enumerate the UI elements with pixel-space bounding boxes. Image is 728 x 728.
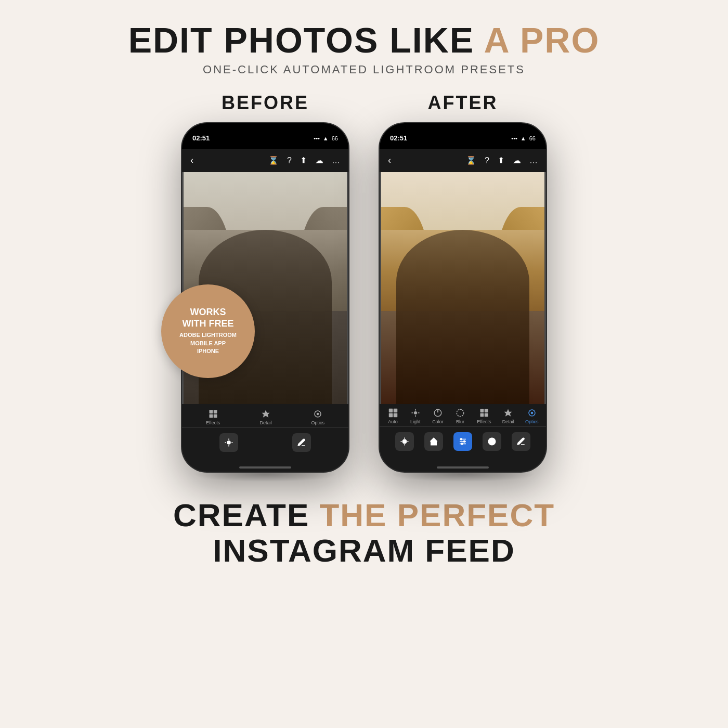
svg-point-16 <box>414 411 417 414</box>
svg-point-40 <box>464 440 465 442</box>
effects-icon-before <box>207 409 219 419</box>
back-button-after[interactable]: ‹ <box>388 155 391 166</box>
history-icon-after[interactable]: ⌛ <box>466 155 476 165</box>
home-indicator-before <box>239 466 291 469</box>
toolbar-bottom-after <box>380 427 546 456</box>
dynamic-island-after <box>437 129 489 145</box>
detail-icon-after <box>502 408 514 418</box>
tb-icon1-after[interactable] <box>395 432 414 451</box>
cloud-icon[interactable]: ☁ <box>315 155 323 165</box>
light-label-after: Light <box>410 419 421 424</box>
blur-label-after: Blur <box>456 419 464 424</box>
svg-point-39 <box>461 438 462 440</box>
footer-line2: INSTAGRAM FEED <box>173 533 555 568</box>
toolbar-detail-before[interactable]: Detail <box>259 409 271 425</box>
color-icon-after <box>432 408 444 418</box>
footer-highlight: THE PERFECT <box>319 497 555 533</box>
toolbar-light-after[interactable]: Light <box>410 408 421 424</box>
svg-rect-23 <box>480 409 484 412</box>
signal-icon-after: ••• <box>511 135 517 141</box>
svg-rect-3 <box>213 414 217 418</box>
after-phone-container: AFTER 02:51 ••• ▲ 66 ‹ <box>380 92 546 482</box>
toolbar-color-after[interactable]: Color <box>432 408 444 424</box>
footer: CREATE THE PERFECT INSTAGRAM FEED <box>173 498 555 568</box>
toolbar-blur-after[interactable]: Blur <box>454 408 466 424</box>
tb-icon2-after[interactable] <box>424 432 443 451</box>
optics-label-before: Optics <box>311 420 324 425</box>
status-icons-before: ••• ▲ 66 <box>314 135 338 141</box>
battery-icon-after: 66 <box>529 135 536 141</box>
more-icon[interactable]: … <box>332 156 340 165</box>
wifi-icon: ▲ <box>323 135 329 141</box>
tb-icon2-before[interactable] <box>292 433 311 452</box>
dynamic-island-before <box>239 129 291 145</box>
back-button-before[interactable]: ‹ <box>190 155 193 166</box>
footer-line1: CREATE THE PERFECT <box>173 498 555 533</box>
svg-rect-13 <box>393 409 397 413</box>
toolbar-auto-after[interactable]: Auto <box>387 408 399 424</box>
detail-label-after: Detail <box>502 419 514 424</box>
people-after <box>396 230 529 404</box>
works-badge: WORKSWITH FREE ADOBE LIGHTROOM MOBILE AP… <box>161 284 255 378</box>
toolbar-before: Effects Detail <box>182 404 348 472</box>
optics-icon-after <box>526 408 538 418</box>
optics-label-after: Optics <box>525 419 539 424</box>
nav-icons-before: ⌛ ? ⬆ ☁ … <box>268 155 340 165</box>
svg-point-6 <box>317 413 319 415</box>
after-phone: 02:51 ••• ▲ 66 ‹ ⌛ ? ⬆ ☁ … <box>380 123 546 472</box>
effects-label-before: Effects <box>206 420 220 425</box>
svg-rect-0 <box>209 410 213 413</box>
home-indicator-after <box>437 466 489 469</box>
nav-bar-after: ‹ ⌛ ? ⬆ ☁ … <box>380 149 546 172</box>
help-icon[interactable]: ? <box>287 156 292 165</box>
svg-point-41 <box>461 443 463 445</box>
toolbar-optics-before[interactable]: Optics <box>311 409 324 425</box>
tb-icon5-after[interactable] <box>512 432 530 451</box>
toolbar-top-after: Auto Light Color <box>380 404 546 427</box>
help-icon-after[interactable]: ? <box>485 156 489 165</box>
photo-area-after <box>380 172 546 404</box>
svg-rect-25 <box>480 413 484 417</box>
svg-rect-1 <box>213 410 217 413</box>
before-phone-wrapper: 02:51 ••• ▲ 66 ‹ ⌛ ? ⬆ ☁ … <box>182 123 348 472</box>
badge-works: WORKSWITH FREE <box>183 307 234 329</box>
main-title: EDIT PHOTOS LIKE A PRO <box>128 21 600 60</box>
tb-icon1-before[interactable] <box>219 433 238 452</box>
photo-bg-after <box>380 172 546 404</box>
optics-icon-before <box>312 409 323 419</box>
detail-icon-before <box>260 409 271 419</box>
title-highlight: A PRO <box>484 20 600 60</box>
svg-point-30 <box>402 439 407 444</box>
svg-marker-4 <box>262 410 269 417</box>
effects-label-after: Effects <box>477 419 491 424</box>
auto-label-after: Auto <box>388 419 398 424</box>
history-icon[interactable]: ⌛ <box>268 155 279 165</box>
svg-rect-15 <box>393 413 397 418</box>
toolbar-detail-after[interactable]: Detail <box>502 408 514 424</box>
detail-label-before: Detail <box>259 420 271 425</box>
svg-point-7 <box>227 440 231 445</box>
svg-point-43 <box>490 440 493 443</box>
toolbar-effects-after[interactable]: Effects <box>477 408 491 424</box>
before-phone-container: BEFORE 02:51 ••• ▲ 66 ‹ <box>182 92 348 482</box>
svg-rect-14 <box>388 413 393 418</box>
nav-bar-before: ‹ ⌛ ? ⬆ ☁ … <box>182 149 348 172</box>
svg-rect-2 <box>209 414 213 418</box>
svg-point-22 <box>457 409 464 417</box>
svg-rect-24 <box>485 409 488 412</box>
toolbar-effects-before[interactable]: Effects <box>206 409 220 425</box>
tb-icon3-after[interactable] <box>453 432 472 451</box>
toolbar-bottom-before <box>182 428 348 457</box>
share-icon[interactable]: ⬆ <box>300 155 307 165</box>
after-label: AFTER <box>428 92 498 114</box>
light-icon-after <box>410 408 421 418</box>
cloud-icon-after[interactable]: ☁ <box>513 155 521 165</box>
nav-icons-after: ⌛ ? ⬆ ☁ … <box>466 155 538 165</box>
svg-rect-35 <box>431 441 437 445</box>
blur-icon-after <box>454 408 466 418</box>
more-icon-after[interactable]: … <box>529 156 538 165</box>
signal-icon: ••• <box>314 135 320 141</box>
share-icon-after[interactable]: ⬆ <box>498 155 504 165</box>
toolbar-optics-after[interactable]: Optics <box>525 408 539 424</box>
tb-icon4-after[interactable] <box>483 432 501 451</box>
